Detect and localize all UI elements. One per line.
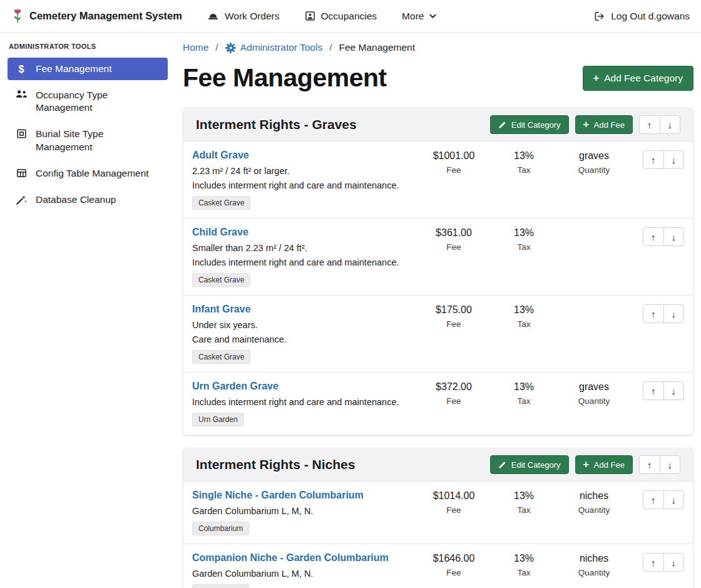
category-card-niches: Interment Rights - Niches Edit Category [183,448,693,588]
cleanup-wand-icon [15,194,28,205]
breadcrumb: Home / Administrator Tools [183,42,693,53]
fee-tax-column: 13% Tax [489,490,559,515]
arrow-up-icon: ↑ [651,558,656,567]
app-brand[interactable]: Cemetery Management System [11,8,182,24]
move-category-up-button[interactable]: ↑ [639,115,660,134]
fee-amount-column: $361.00 Fee [419,227,489,252]
fee-move-group: ↑ ↓ [643,150,684,169]
add-fee-button[interactable]: + Add Fee [575,455,633,474]
move-fee-down-button[interactable]: ↓ [663,381,685,400]
fee-tax-column: 13% Tax [489,227,559,252]
work-orders-icon [207,11,219,21]
category-header: Interment Rights - Graves Edit Category [183,108,693,142]
add-fee-category-button[interactable]: + Add Fee Category [583,66,693,91]
sidebar: ADMINISTRATOR TOOLS $ Fee Management [0,33,175,215]
fee-name-link[interactable]: Adult Grave [192,150,249,161]
sidebar-item-fee-management[interactable]: $ Fee Management [8,58,168,80]
breadcrumb-separator: / [329,42,332,53]
logout-link[interactable]: Log Out d.gowans [594,11,690,22]
chevron-down-icon [429,14,436,19]
category-move-group: ↑ ↓ [639,115,680,134]
fee-name-link[interactable]: Urn Garden Grave [192,381,279,392]
sidebar-item-database-cleanup[interactable]: Database Cleanup [8,188,168,211]
arrow-down-icon: ↓ [668,460,673,470]
fee-description: Under six years. [192,320,414,330]
frame-icon [15,128,28,139]
fee-name-link[interactable]: Infant Grave [192,304,250,315]
fee-amount-column: $175.00 Fee [419,304,489,329]
category-header: Interment Rights - Niches Edit Category [183,448,693,482]
category-actions: Edit Category + Add Fee ↑ ↓ [490,455,680,474]
arrow-up-icon: ↑ [651,155,656,165]
fee-row: Infant Grave Under six years. Care and m… [183,295,693,372]
main-content: Home / Administrator Tools [175,33,701,588]
fee-description: 2.23 m² / 24 ft² or larger. [192,166,414,176]
fee-description: Includes interment right and care and ma… [192,257,414,267]
move-category-up-button[interactable]: ↑ [639,455,660,474]
fee-description: Includes interment right and care and ma… [192,397,414,407]
fee-description: Garden Columbarium L, M, N. [192,506,414,516]
move-fee-up-button[interactable]: ↑ [643,150,664,169]
arrow-up-icon: ↑ [651,309,656,319]
fee-row: Companion Niche - Garden Columbarium Gar… [183,544,693,588]
move-category-down-button[interactable]: ↓ [660,115,681,134]
nav-work-orders[interactable]: Work Orders [207,11,280,22]
add-fee-button[interactable]: + Add Fee [575,115,633,134]
fee-amount-column: $1014.00 Fee [419,490,489,515]
fee-tag: Columbarium [192,522,249,535]
logout-label: Log Out d.gowans [611,11,690,22]
move-fee-up-button[interactable]: ↑ [643,381,664,400]
move-fee-down-button[interactable]: ↓ [663,304,685,323]
nav-more-label: More [402,11,424,22]
sidebar-heading: ADMINISTRATOR TOOLS [9,43,166,50]
dollar-icon: $ [15,63,28,75]
arrow-down-icon: ↓ [672,309,677,319]
gear-icon [225,43,236,53]
move-fee-up-button[interactable]: ↑ [643,553,664,572]
move-fee-down-button[interactable]: ↓ [663,150,685,169]
fee-description: Includes interment right and care and ma… [192,180,414,190]
fee-move-group: ↑ ↓ [643,227,684,246]
fee-name-link[interactable]: Companion Niche - Garden Columbarium [192,552,389,564]
breadcrumb-home-link[interactable]: Home [183,42,208,53]
edit-category-button[interactable]: Edit Category [490,455,569,474]
move-fee-up-button[interactable]: ↑ [643,304,664,323]
fee-move-group: ↑ ↓ [643,381,684,400]
title-row: Fee Management + Add Fee Category [183,63,693,93]
fee-tax-column: 13% Tax [489,552,559,577]
fee-amount-column: $1001.00 Fee [419,150,489,175]
sidebar-item-occupancy-type-management[interactable]: Occupancy Type Management [8,84,168,119]
sidebar-item-config-table-management[interactable]: Config Table Management [8,162,168,185]
plus-icon: + [583,460,589,470]
fee-row: Urn Garden Grave Includes interment righ… [183,372,693,435]
fee-amount-column: $1646.00 Fee [419,552,489,577]
sidebar-item-burial-site-type-management[interactable]: Burial Site Type Management [8,123,168,158]
plus-icon: + [583,120,589,130]
fee-name-link[interactable]: Single Niche - Garden Columbarium [192,490,364,501]
arrow-down-icon: ↓ [672,386,677,396]
fee-move-group: ↑ ↓ [643,490,684,509]
fee-name-link[interactable]: Child Grave [192,227,248,238]
fee-quantity-column: niches Quantity [559,552,629,577]
sidebar-item-label: Burial Site Type Management [36,128,160,153]
breadcrumb-admin-tools-link[interactable]: Administrator Tools [225,42,323,53]
fee-description: Garden Columbarium L, M, N. [192,569,414,579]
fee-tag: Casket Grave [192,273,250,287]
move-category-down-button[interactable]: ↓ [660,455,681,474]
move-fee-down-button[interactable]: ↓ [663,227,685,246]
fee-quantity-column: graves Quantity [559,150,629,175]
nav-occupancies[interactable]: Occupancies [305,11,377,22]
move-fee-up-button[interactable]: ↑ [643,490,664,509]
move-fee-up-button[interactable]: ↑ [643,227,664,246]
page-title: Fee Management [183,63,387,93]
nav-more[interactable]: More [402,11,436,22]
arrow-down-icon: ↓ [672,232,677,242]
move-fee-down-button[interactable]: ↓ [663,553,685,572]
sidebar-item-label: Fee Management [36,63,112,75]
arrow-up-icon: ↑ [651,495,656,505]
nav-work-orders-label: Work Orders [225,11,280,22]
fee-description: Care and maintenance. [192,334,414,344]
fee-quantity-column: niches Quantity [559,490,629,515]
move-fee-down-button[interactable]: ↓ [663,490,685,509]
edit-category-button[interactable]: Edit Category [490,115,569,134]
